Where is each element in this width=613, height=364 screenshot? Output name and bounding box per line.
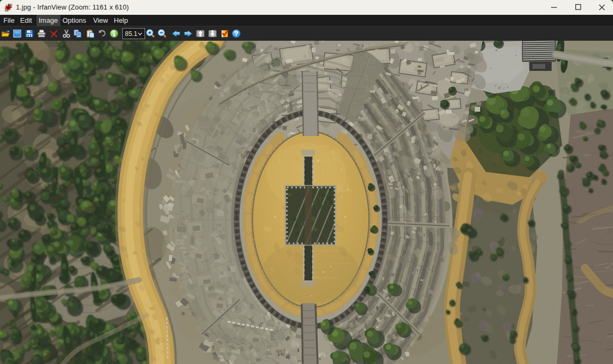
svg-text:?: ?: [234, 30, 238, 38]
